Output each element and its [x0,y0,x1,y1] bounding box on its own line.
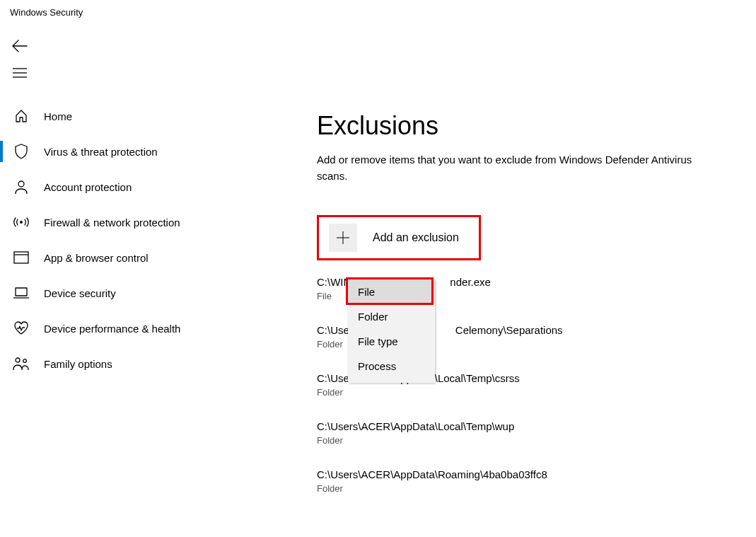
shield-icon [13,143,30,160]
menu-toggle-button[interactable] [10,63,30,83]
exclusion-type: Folder [317,435,756,446]
home-icon [13,108,30,125]
nav-item-virus-threat[interactable]: Virus & threat protection [0,134,304,169]
family-icon [13,355,30,372]
exclusion-type: Folder [317,483,756,494]
svg-point-8 [16,358,20,362]
page-subtitle: Add or remove items that you want to exc… [317,152,713,184]
nav-label: Home [44,110,72,122]
exclusion-path: C:\Users\ACER\AppData\Local\Temp\wup [317,420,756,432]
exclusion-path: C:\Users\ACER\AppData\Roaming\4ba0ba03ff… [317,468,756,480]
person-icon [13,178,30,195]
sidebar: Home Virus & threat protection Acco [0,94,304,516]
svg-point-3 [18,181,24,187]
nav-label: Account protection [44,181,132,193]
add-exclusion-label: Add an exclusion [373,231,459,244]
nav-item-app-browser[interactable]: App & browser control [0,240,304,275]
exclusion-item[interactable]: C:\Users\ACER\AppData\Local\Temp\wup Fol… [317,420,756,446]
nav-item-family[interactable]: Family options [0,346,304,381]
menu-item-folder[interactable]: Folder [348,304,435,329]
exclusion-type-menu: File Folder File type Process [348,279,435,383]
nav-item-account[interactable]: Account protection [0,169,304,204]
svg-point-4 [21,221,23,224]
app-title: Windows Security [0,0,756,25]
hamburger-icon [13,68,27,78]
nav-label: Virus & threat protection [44,146,158,158]
page-title: Exclusions [317,111,756,141]
laptop-icon [13,284,30,301]
nav-item-firewall[interactable]: Firewall & network protection [0,204,304,240]
nav-label: Family options [44,358,112,370]
nav-item-device-security[interactable]: Device security [0,275,304,311]
nav-list: Home Virus & threat protection Acco [0,94,304,381]
add-exclusion-button[interactable]: Add an exclusion [329,224,472,252]
svg-point-9 [23,359,27,363]
back-arrow-icon [12,40,28,52]
nav-label: Device performance & health [44,323,180,335]
nav-item-performance[interactable]: Device performance & health [0,311,304,346]
plus-icon [329,224,357,252]
exclusion-type: Folder [317,387,756,398]
content-area: Exclusions Add or remove items that you … [304,94,756,516]
nav-label: Device security [44,287,116,299]
exclusion-item[interactable]: C:\Users\ACER\AppData\Roaming\4ba0ba03ff… [317,468,756,494]
menu-item-filetype[interactable]: File type [348,329,435,354]
nav-item-home[interactable]: Home [0,98,304,134]
heart-icon [13,320,30,337]
svg-rect-7 [16,288,27,296]
nav-label: Firewall & network protection [44,216,180,229]
window-icon [13,249,30,266]
add-exclusion-highlight: Add an exclusion [317,215,756,260]
menu-item-process[interactable]: Process [348,354,435,379]
svg-rect-5 [14,252,28,263]
nav-label: App & browser control [44,252,149,264]
antenna-icon [13,214,30,231]
menu-item-file[interactable]: File [348,279,435,304]
back-button[interactable] [10,36,30,56]
